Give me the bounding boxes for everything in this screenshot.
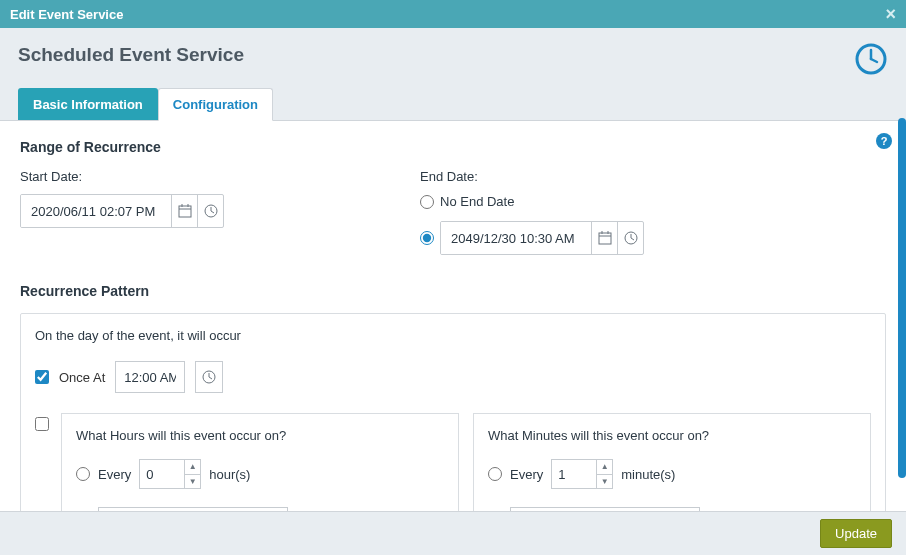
minutes-every-radio[interactable] bbox=[488, 467, 502, 481]
svg-line-19 bbox=[209, 377, 212, 379]
hours-minutes-checkbox[interactable] bbox=[35, 417, 49, 431]
start-date-group bbox=[20, 194, 224, 228]
pattern-heading: Recurrence Pattern bbox=[20, 283, 886, 299]
minutes-every-label: Every bbox=[510, 467, 543, 482]
hours-steppers: ▲ ▼ bbox=[184, 460, 200, 488]
calendar-icon[interactable] bbox=[171, 195, 197, 227]
minutes-unit-label: minute(s) bbox=[621, 467, 675, 482]
once-at-time-input[interactable] bbox=[115, 361, 185, 393]
tab-configuration[interactable]: Configuration bbox=[158, 88, 273, 121]
minutes-number-input[interactable] bbox=[552, 460, 596, 488]
range-row: Start Date: End Date: No End Date bbox=[20, 169, 886, 267]
end-date-col: End Date: No End Date bbox=[420, 169, 886, 267]
svg-line-9 bbox=[211, 211, 214, 213]
hours-every-row: Every ▲ ▼ hour(s) bbox=[76, 459, 444, 489]
clock-icon bbox=[854, 42, 888, 79]
minutes-every-row: Every ▲ ▼ minute(s) bbox=[488, 459, 856, 489]
content-area: ? Range of Recurrence Start Date: End Da… bbox=[0, 121, 906, 555]
end-date-radio[interactable] bbox=[420, 231, 434, 245]
no-end-date-row: No End Date bbox=[420, 194, 886, 209]
minutes-panel-title: What Minutes will this event occur on? bbox=[488, 428, 856, 443]
close-icon[interactable]: × bbox=[885, 5, 896, 23]
update-button[interactable]: Update bbox=[820, 519, 892, 548]
start-date-col: Start Date: bbox=[20, 169, 380, 267]
end-date-value-row bbox=[420, 221, 886, 255]
start-date-label: Start Date: bbox=[20, 169, 380, 184]
chevron-down-icon[interactable]: ▼ bbox=[597, 475, 612, 489]
tabs: Basic Information Configuration bbox=[18, 88, 888, 120]
end-date-group bbox=[440, 221, 644, 255]
clock-icon[interactable] bbox=[195, 361, 223, 393]
footer: Update bbox=[0, 511, 906, 555]
page-title: Scheduled Event Service bbox=[18, 44, 888, 66]
hours-number-group: ▲ ▼ bbox=[139, 459, 201, 489]
once-at-row: Once At bbox=[35, 361, 871, 393]
on-day-label: On the day of the event, it will occur bbox=[35, 328, 871, 343]
end-date-input[interactable] bbox=[441, 222, 591, 254]
help-icon[interactable]: ? bbox=[876, 133, 892, 149]
svg-line-16 bbox=[631, 238, 634, 240]
no-end-date-radio[interactable] bbox=[420, 195, 434, 209]
svg-line-2 bbox=[871, 59, 877, 62]
clock-icon[interactable] bbox=[617, 222, 643, 254]
tab-basic-information[interactable]: Basic Information bbox=[18, 88, 158, 120]
range-heading: Range of Recurrence bbox=[20, 139, 886, 155]
hours-unit-label: hour(s) bbox=[209, 467, 250, 482]
titlebar: Edit Event Service × bbox=[0, 0, 906, 28]
minutes-steppers: ▲ ▼ bbox=[596, 460, 612, 488]
hours-every-label: Every bbox=[98, 467, 131, 482]
no-end-date-label: No End Date bbox=[440, 194, 514, 209]
chevron-down-icon[interactable]: ▼ bbox=[185, 475, 200, 489]
chevron-up-icon[interactable]: ▲ bbox=[597, 460, 612, 475]
once-at-checkbox[interactable] bbox=[35, 370, 49, 384]
calendar-icon[interactable] bbox=[591, 222, 617, 254]
window-title: Edit Event Service bbox=[10, 7, 123, 22]
start-date-input[interactable] bbox=[21, 195, 171, 227]
scrollbar[interactable] bbox=[898, 118, 906, 478]
svg-rect-3 bbox=[179, 206, 191, 217]
minutes-number-group: ▲ ▼ bbox=[551, 459, 613, 489]
clock-icon[interactable] bbox=[197, 195, 223, 227]
once-at-label: Once At bbox=[59, 370, 105, 385]
end-date-label: End Date: bbox=[420, 169, 886, 184]
hours-number-input[interactable] bbox=[140, 460, 184, 488]
chevron-up-icon[interactable]: ▲ bbox=[185, 460, 200, 475]
header: Scheduled Event Service Basic Informatio… bbox=[0, 28, 906, 121]
hours-panel-title: What Hours will this event occur on? bbox=[76, 428, 444, 443]
svg-rect-10 bbox=[599, 233, 611, 244]
hours-every-radio[interactable] bbox=[76, 467, 90, 481]
